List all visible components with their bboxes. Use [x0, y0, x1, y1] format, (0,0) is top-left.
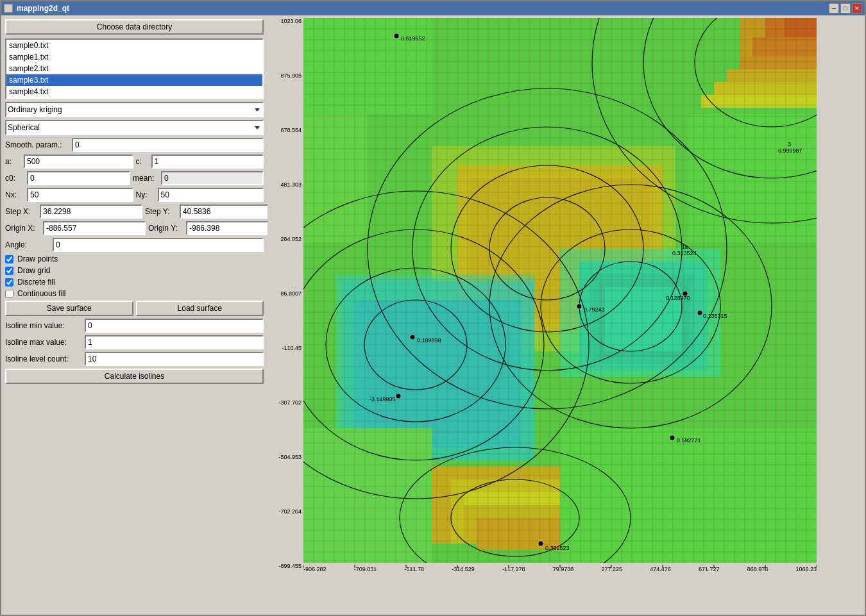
file-item-4[interactable]: sample4.txt [6, 86, 262, 97]
svg-text:0.313524: 0.313524 [672, 250, 697, 256]
mean-input[interactable] [161, 171, 264, 185]
save-load-row: Save surface Load surface [5, 301, 264, 316]
load-surface-button[interactable]: Load surface [136, 301, 264, 316]
continuous-fill-label[interactable]: Continuous fill [17, 289, 65, 298]
discrete-fill-checkbox[interactable] [5, 278, 13, 287]
y-label-10: -899.455 [278, 563, 301, 569]
map-svg: 0.619652 0.302523 0.592771 0.79243 0.189… [303, 18, 817, 563]
isoline-min-input[interactable] [85, 319, 264, 333]
c0-mean-row: c0: mean: [5, 171, 264, 185]
draw-grid-label[interactable]: Draw grid [17, 266, 50, 275]
y-label-6: -110.45 [282, 345, 301, 351]
title-bar-buttons: ─ □ ✕ [829, 3, 862, 13]
svg-text:-3.149985: -3.149985 [369, 396, 396, 403]
y-label-3: 481.303 [280, 181, 301, 188]
isoline-max-label: Isoline max value: [5, 338, 82, 347]
nx-input[interactable] [27, 188, 133, 202]
a-label: a: [5, 157, 21, 166]
x-label-3: -314.529 [452, 566, 475, 572]
y-label-4: 284.052 [280, 236, 301, 242]
svg-text:0.302523: 0.302523 [545, 545, 570, 551]
y-label-5: 86.8007 [280, 290, 301, 297]
x-label-2: -511.78 [404, 566, 424, 572]
originy-input[interactable] [186, 221, 267, 235]
a-field: a: [5, 154, 133, 169]
smooth-param-input[interactable] [72, 138, 264, 152]
app-icon [4, 4, 13, 13]
choose-dir-button[interactable]: Choose data directory [5, 19, 264, 35]
title-bar-left: mapping2d_qt [4, 4, 69, 13]
nx-ny-row: Nx: Ny: [5, 188, 264, 202]
discrete-fill-label[interactable]: Discrete fill [17, 278, 55, 287]
calc-isolines-button[interactable]: Calculate isolines [5, 369, 264, 384]
originx-input[interactable] [43, 221, 146, 235]
right-panel: 1023.06 875.905 678.554 481.303 284.052 … [267, 15, 865, 615]
draw-points-label[interactable]: Draw points [17, 254, 58, 263]
originx-field: Origin X: [5, 221, 146, 235]
x-label-1: -709.031 [354, 566, 377, 572]
y-label-0: 1023.06 [280, 18, 301, 24]
mean-field: mean: [133, 171, 264, 185]
minimize-button[interactable]: ─ [829, 3, 839, 13]
svg-point-163 [410, 335, 415, 340]
variogram-model-select[interactable]: Spherical Gaussian Exponential Linear [5, 120, 264, 135]
originx-label: Origin X: [5, 224, 40, 233]
a-c-row: a: c: [5, 154, 264, 169]
angle-input[interactable] [53, 238, 264, 252]
stepx-stepy-row: Step X: Step Y: [5, 204, 264, 219]
c0-label: c0: [5, 174, 24, 183]
viz-container: 1023.06 875.905 678.554 481.303 284.052 … [270, 18, 828, 595]
svg-text:0.138315: 0.138315 [703, 313, 727, 319]
svg-point-161 [577, 304, 582, 309]
x-label-4: -117.278 [502, 566, 525, 572]
c0-input[interactable] [27, 171, 130, 185]
title-bar: mapping2d_qt ─ □ ✕ [1, 1, 865, 15]
isoline-max-input[interactable] [85, 335, 264, 349]
main-content: Choose data directory sample0.txt sample… [1, 15, 865, 615]
c-label: c: [136, 157, 149, 166]
close-button[interactable]: ✕ [852, 3, 862, 13]
mean-label: mean: [133, 174, 158, 183]
svg-point-167 [697, 310, 702, 315]
isoline-count-label: Isoline level count: [5, 354, 82, 363]
draw-grid-checkbox[interactable] [5, 267, 13, 275]
svg-text:1e: 1e [682, 244, 688, 250]
isoline-count-input[interactable] [85, 352, 264, 366]
file-item-2[interactable]: sample2.txt [6, 63, 262, 74]
svg-point-169 [396, 394, 401, 399]
originy-label: Origin Y: [148, 224, 183, 233]
stepx-field: Step X: [5, 204, 142, 219]
file-list[interactable]: sample0.txt sample1.txt sample2.txt samp… [5, 38, 264, 99]
file-item-1[interactable]: sample1.txt [6, 51, 262, 63]
c-input[interactable] [151, 154, 264, 169]
stepy-label: Step Y: [145, 207, 177, 216]
isoline-max-row: Isoline max value: [5, 335, 264, 349]
angle-label: Angle: [5, 240, 50, 249]
a-input[interactable] [24, 154, 133, 169]
nx-label: Nx: [5, 190, 24, 199]
x-label-0: -906.282 [303, 566, 327, 572]
continuous-fill-checkbox[interactable] [5, 290, 13, 298]
x-label-10: 1066.23 [795, 566, 817, 572]
c-field: c: [136, 154, 264, 169]
ny-input[interactable] [158, 188, 264, 202]
svg-text:3: 3 [788, 141, 791, 147]
kriging-method-select[interactable]: Ordinary kriging Simple kriging Universa… [5, 102, 264, 117]
smooth-param-row: Smooth. param.: [5, 138, 264, 152]
save-surface-button[interactable]: Save surface [5, 301, 133, 316]
main-window: mapping2d_qt ─ □ ✕ Choose data directory… [0, 0, 866, 616]
x-label-6: 277.225 [601, 566, 622, 572]
y-label-8: -504.953 [278, 454, 301, 460]
map-area: 0.619652 0.302523 0.592771 0.79243 0.189… [303, 18, 817, 563]
restore-button[interactable]: □ [840, 3, 851, 13]
left-panel: Choose data directory sample0.txt sample… [1, 15, 267, 615]
file-item-5[interactable]: sample5.txt [6, 97, 262, 99]
stepy-input[interactable] [180, 204, 267, 219]
x-label-9: 868.978 [747, 566, 768, 572]
originy-field: Origin Y: [148, 221, 267, 235]
file-item-3[interactable]: sample3.txt [6, 74, 262, 86]
file-item-0[interactable]: sample0.txt [6, 40, 262, 51]
draw-grid-row: Draw grid [5, 266, 264, 275]
draw-points-checkbox[interactable] [5, 255, 13, 263]
stepx-input[interactable] [40, 204, 142, 219]
